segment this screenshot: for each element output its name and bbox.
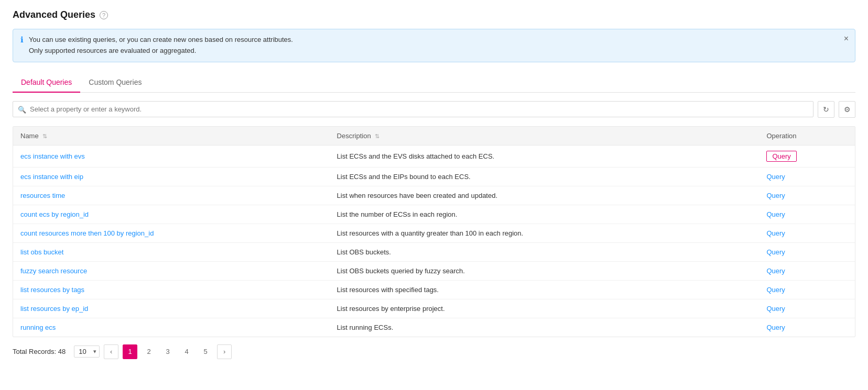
query-name-link[interactable]: ecs instance with evs <box>20 152 85 160</box>
cell-operation: Query <box>759 205 855 224</box>
total-count: 48 <box>58 348 66 355</box>
query-button[interactable]: Query <box>766 324 785 331</box>
query-name-link[interactable]: fuzzy search resource <box>20 267 87 275</box>
query-name-link[interactable]: list obs bucket <box>20 248 63 256</box>
cell-name: list resources by ep_id <box>13 299 330 318</box>
tab-default-queries[interactable]: Default Queries <box>13 73 80 93</box>
info-text: You can use existing queries, or you can… <box>29 35 293 57</box>
help-icon[interactable]: ? <box>100 11 108 19</box>
search-input[interactable] <box>13 101 813 117</box>
search-prefix-icon: 🔍 <box>18 105 26 113</box>
cell-name: ecs instance with eip <box>13 167 330 186</box>
info-text-line1: You can use existing queries, or you can… <box>29 36 293 43</box>
table-row: count ecs by region_idList the number of… <box>13 205 855 224</box>
table-body: ecs instance with evsList ECSs and the E… <box>13 145 855 337</box>
total-label-text: Total Records: <box>13 348 56 355</box>
cell-description: List ECSs and the EIPs bound to each ECS… <box>330 167 760 186</box>
col-header-name: Name ⇅ <box>13 127 330 146</box>
search-row: 🔍 ↻ ⚙ <box>13 101 855 118</box>
table-row: ecs instance with eipList ECSs and the E… <box>13 167 855 186</box>
table-row: list resources by ep_idList resources by… <box>13 299 855 318</box>
refresh-search-button[interactable]: ↻ <box>818 101 834 118</box>
cell-name: list resources by tags <box>13 280 330 299</box>
cell-description: List resources by enterprise project. <box>330 299 760 318</box>
cell-description: List resources with specified tags. <box>330 280 760 299</box>
cell-operation: Query <box>759 186 855 205</box>
cell-name: running ecs <box>13 318 330 337</box>
table-row: resources timeList when resources have b… <box>13 186 855 205</box>
cell-description: List running ECSs. <box>330 318 760 337</box>
search-input-wrap: 🔍 <box>13 101 813 117</box>
cell-name: count resources more then 100 by region_… <box>13 224 330 242</box>
table-container: Name ⇅ Description ⇅ Operation ecs insta… <box>13 126 855 337</box>
settings-icon: ⚙ <box>844 105 851 114</box>
page-num-4[interactable]: 4 <box>179 344 194 359</box>
query-name-link[interactable]: resources time <box>20 192 65 199</box>
query-outlined-button[interactable]: Query <box>766 151 796 162</box>
query-name-link[interactable]: list resources by tags <box>20 286 84 294</box>
cell-operation: Query <box>759 167 855 186</box>
pagination-row: Total Records: 48 10 20 50 ‹ 1 2 3 4 5 › <box>13 337 855 360</box>
col-desc-label: Description <box>337 132 371 140</box>
query-name-link[interactable]: count ecs by region_id <box>20 210 89 218</box>
page-num-2[interactable]: 2 <box>142 344 156 359</box>
total-records-label: Total Records: 48 <box>13 348 66 355</box>
col-name-sort-icon[interactable]: ⇅ <box>42 133 47 140</box>
refresh-icon: ↻ <box>823 105 829 114</box>
col-name-label: Name <box>20 132 39 140</box>
page-num-3[interactable]: 3 <box>160 344 175 359</box>
page-size-wrap: 10 20 50 <box>74 346 100 358</box>
cell-description: List OBS buckets queried by fuzzy search… <box>330 261 760 280</box>
cell-description: List when resources have been created an… <box>330 186 760 205</box>
cell-operation: Query <box>759 280 855 299</box>
prev-page-button[interactable]: ‹ <box>104 344 118 359</box>
table-header-row: Name ⇅ Description ⇅ Operation <box>13 127 855 146</box>
table-row: list obs bucketList OBS buckets.Query <box>13 242 855 261</box>
page-num-5[interactable]: 5 <box>198 344 213 359</box>
col-op-label: Operation <box>766 132 796 140</box>
cell-description: List OBS buckets. <box>330 242 760 261</box>
close-banner-button[interactable]: × <box>844 35 849 43</box>
cell-description: List resources with a quantity greater t… <box>330 224 760 242</box>
cell-operation: Query <box>759 145 855 167</box>
page-title: Advanced Queries <box>13 9 95 20</box>
query-name-link[interactable]: count resources more then 100 by region_… <box>20 229 154 237</box>
tab-custom-queries[interactable]: Custom Queries <box>80 73 150 93</box>
col-desc-sort-icon[interactable]: ⇅ <box>375 133 379 140</box>
tabs-row: Default Queries Custom Queries <box>13 73 855 93</box>
prev-icon: ‹ <box>110 348 112 355</box>
query-name-link[interactable]: running ecs <box>20 324 56 331</box>
query-button[interactable]: Query <box>766 210 785 218</box>
table-row: running ecsList running ECSs.Query <box>13 318 855 337</box>
cell-description: List ECSs and the EVS disks attached to … <box>330 145 760 167</box>
page-size-select[interactable]: 10 20 50 <box>74 346 100 358</box>
query-button[interactable]: Query <box>766 248 785 256</box>
cell-name: list obs bucket <box>13 242 330 261</box>
next-page-button[interactable]: › <box>217 344 232 359</box>
table-row: fuzzy search resourceList OBS buckets qu… <box>13 261 855 280</box>
page-num-1[interactable]: 1 <box>123 344 137 359</box>
page-container: Advanced Queries ? ℹ You can use existin… <box>0 0 868 390</box>
cell-name: resources time <box>13 186 330 205</box>
query-button[interactable]: Query <box>766 173 785 181</box>
query-name-link[interactable]: ecs instance with eip <box>20 173 83 181</box>
next-icon: › <box>223 348 225 355</box>
query-name-link[interactable]: list resources by ep_id <box>20 305 88 313</box>
settings-button[interactable]: ⚙ <box>839 101 855 118</box>
table-row: list resources by tagsList resources wit… <box>13 280 855 299</box>
cell-operation: Query <box>759 261 855 280</box>
info-icon: ℹ <box>20 35 24 44</box>
cell-operation: Query <box>759 299 855 318</box>
table-row: ecs instance with evsList ECSs and the E… <box>13 145 855 167</box>
cell-name: ecs instance with evs <box>13 145 330 167</box>
query-button[interactable]: Query <box>766 229 785 237</box>
cell-name: count ecs by region_id <box>13 205 330 224</box>
table-row: count resources more then 100 by region_… <box>13 224 855 242</box>
query-button[interactable]: Query <box>766 286 785 294</box>
query-button[interactable]: Query <box>766 267 785 275</box>
query-button[interactable]: Query <box>766 192 785 199</box>
cell-operation: Query <box>759 318 855 337</box>
query-button[interactable]: Query <box>766 305 785 313</box>
queries-table: Name ⇅ Description ⇅ Operation ecs insta… <box>13 127 855 337</box>
info-banner: ℹ You can use existing queries, or you c… <box>13 29 855 62</box>
